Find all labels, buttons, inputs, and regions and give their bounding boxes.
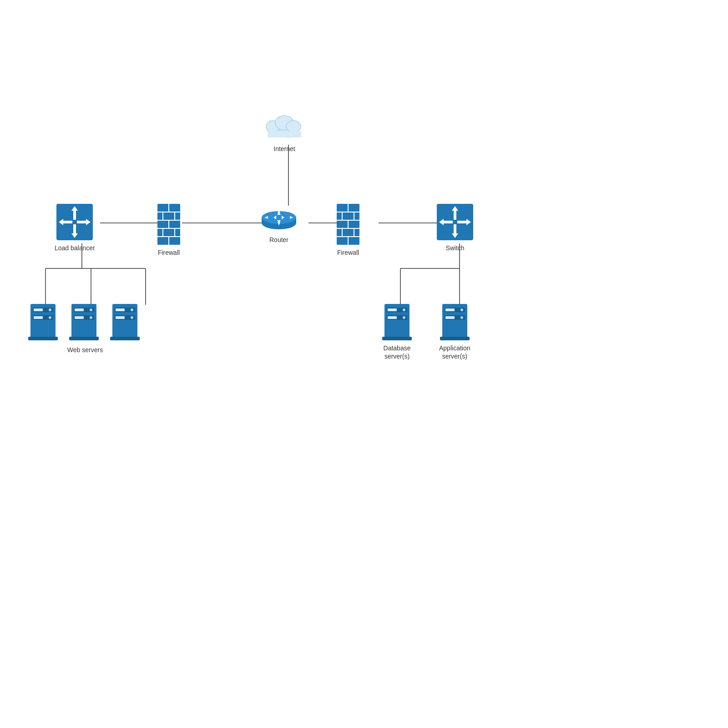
svg-rect-19 (268, 131, 301, 137)
web-server2-node (69, 304, 99, 340)
svg-point-84 (131, 308, 133, 311)
network-diagram: Internet Router (0, 0, 728, 728)
svg-rect-94 (388, 316, 397, 319)
svg-point-95 (403, 316, 405, 319)
svg-rect-83 (116, 308, 125, 311)
firewall-right-icon (337, 204, 359, 245)
svg-point-18 (286, 121, 301, 132)
svg-point-103 (460, 316, 463, 319)
svg-point-100 (460, 308, 463, 311)
db-server-icon (382, 304, 412, 340)
db-server-node: Databaseserver(s) (382, 304, 412, 360)
db-server-label: Databaseserver(s) (384, 344, 411, 360)
app-server-icon (440, 304, 470, 340)
svg-rect-80 (69, 337, 99, 340)
internet-node: Internet (264, 109, 305, 153)
svg-rect-88 (110, 337, 140, 340)
web-server2-icon (69, 304, 99, 340)
svg-rect-75 (75, 308, 84, 311)
svg-rect-70 (34, 316, 43, 319)
svg-rect-96 (382, 337, 412, 340)
firewall-left-label: Firewall (158, 248, 180, 257)
switch-node: Switch (437, 204, 473, 252)
svg-rect-72 (28, 337, 58, 340)
web-server3-icon (110, 304, 140, 340)
svg-rect-99 (445, 308, 455, 311)
router-node: Router (261, 205, 297, 244)
firewall-right-label: Firewall (337, 248, 359, 257)
load-balancer-icon (56, 204, 93, 240)
load-balancer-label: Load balancer (55, 244, 95, 252)
svg-rect-78 (75, 316, 84, 319)
svg-point-76 (90, 308, 92, 311)
svg-point-71 (49, 316, 51, 319)
web-server1-node (28, 304, 58, 340)
svg-rect-67 (34, 308, 43, 311)
svg-point-79 (90, 316, 92, 319)
load-balancer-node: Load balancer (55, 204, 95, 252)
svg-point-87 (131, 316, 133, 319)
svg-rect-102 (445, 316, 455, 319)
internet-label: Internet (273, 145, 295, 153)
svg-rect-91 (388, 308, 397, 311)
firewall-left-node: Firewall (157, 204, 180, 257)
firewall-right-node: Firewall (337, 204, 359, 257)
app-server-label: Applicationserver(s) (439, 344, 470, 360)
web-server1-icon (28, 304, 58, 340)
svg-rect-86 (116, 316, 125, 319)
firewall-left-icon (157, 204, 180, 245)
router-label: Router (269, 236, 288, 244)
router-icon (261, 205, 297, 232)
web-server3-node (110, 304, 140, 340)
svg-point-92 (403, 308, 405, 311)
svg-rect-104 (440, 337, 470, 340)
svg-marker-27 (278, 209, 280, 213)
switch-label: Switch (445, 244, 464, 252)
app-server-node: Applicationserver(s) (439, 304, 470, 360)
switch-icon (437, 204, 473, 240)
svg-point-68 (49, 308, 51, 311)
cloud-icon (264, 109, 305, 141)
web-servers-group-label: Web servers (28, 346, 142, 354)
